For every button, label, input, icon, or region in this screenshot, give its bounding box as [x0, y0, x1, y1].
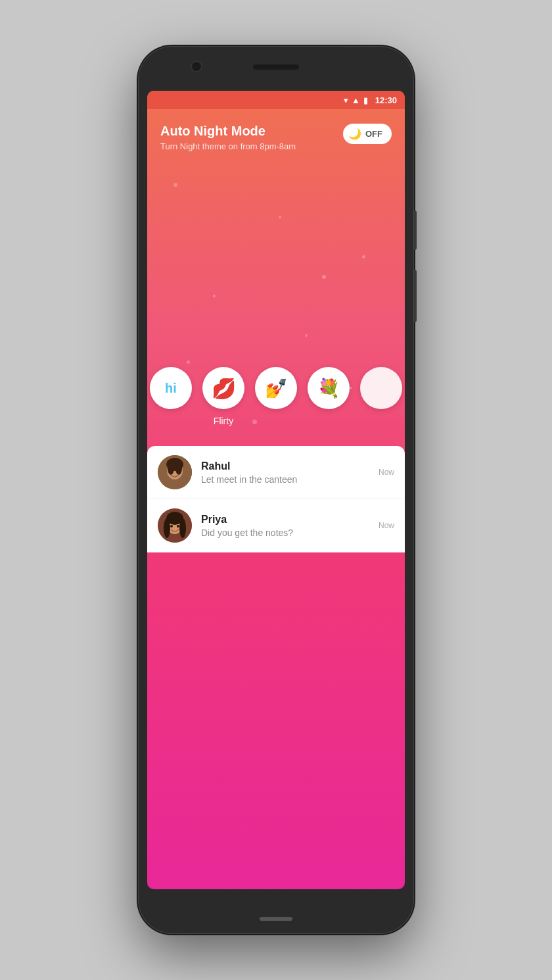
night-mode-text: Auto Night Mode Turn Night theme on from… [160, 124, 296, 151]
night-mode-subtitle: Turn Night theme on from 8pm-8am [160, 141, 296, 151]
chat-message-rahul: Let meet in the canteen [201, 474, 379, 485]
rahul-avatar-svg [158, 455, 192, 489]
chat-name-priya: Priya [201, 514, 379, 526]
moon-icon: 🌙 [348, 128, 361, 140]
extra-theme-button[interactable] [360, 367, 402, 409]
speaker [253, 64, 299, 70]
sparkle [322, 275, 326, 279]
front-camera [191, 61, 202, 72]
sparkle [173, 183, 177, 187]
toggle-label: OFF [365, 129, 382, 139]
phone-device: ▾ ▲ ▮ 12:30 Auto Night Mode Turn Night t… [138, 46, 414, 934]
signal-icon: ▲ [352, 95, 360, 105]
nail-theme-wrapper: 💅 [255, 367, 297, 409]
chat-item-rahul[interactable]: Rahul Let meet in the canteen Now [147, 446, 405, 499]
priya-avatar-svg [158, 508, 192, 543]
phone-screen: ▾ ▲ ▮ 12:30 Auto Night Mode Turn Night t… [147, 91, 405, 889]
flower-theme-wrapper: 💐 [308, 367, 350, 409]
svg-point-12 [170, 525, 173, 527]
svg-point-10 [164, 518, 170, 538]
battery-icon: ▮ [363, 95, 368, 105]
chat-content-priya: Priya Did you get the notes? [201, 514, 379, 538]
extra-theme-wrapper [360, 367, 402, 409]
power-button [414, 210, 417, 250]
wifi-icon: ▾ [344, 95, 348, 105]
sparkle [362, 255, 365, 258]
chat-section: Rahul Let meet in the canteen Now [147, 446, 405, 552]
sparkle [213, 295, 216, 297]
chat-time-rahul: Now [379, 468, 394, 477]
status-icons: ▾ ▲ ▮ 12:30 [344, 95, 397, 105]
chat-name-rahul: Rahul [201, 460, 379, 472]
svg-point-6 [177, 470, 179, 473]
emoji-theme-row: hi 💋 Flirty 💅 💐 [147, 367, 405, 426]
svg-point-11 [179, 518, 186, 538]
status-bar: ▾ ▲ ▮ 12:30 [147, 91, 405, 109]
avatar-priya [158, 508, 192, 543]
sparkle [305, 334, 308, 337]
chat-item-priya[interactable]: Priya Did you get the notes? Now [147, 499, 405, 552]
sparkle [279, 216, 281, 218]
nail-theme-button[interactable]: 💅 [255, 367, 297, 409]
main-area: hi 💋 Flirty 💅 💐 [147, 163, 405, 446]
svg-point-5 [170, 470, 173, 473]
night-mode-toggle[interactable]: 🌙 OFF [343, 124, 392, 144]
svg-point-3 [168, 462, 174, 475]
chat-time-priya: Now [379, 521, 394, 530]
night-mode-section: Auto Night Mode Turn Night theme on from… [147, 109, 405, 163]
home-indicator [260, 917, 292, 921]
night-mode-title: Auto Night Mode [160, 124, 296, 139]
sparkle [187, 360, 190, 364]
avatar-rahul [158, 455, 192, 489]
status-time: 12:30 [375, 95, 397, 105]
hi-theme-wrapper: hi [150, 367, 192, 409]
flower-theme-button[interactable]: 💐 [308, 367, 350, 409]
lips-theme-label: Flirty [214, 416, 233, 426]
chat-content-rahul: Rahul Let meet in the canteen [201, 460, 379, 485]
lips-theme-button[interactable]: 💋 [202, 367, 244, 409]
lips-theme-wrapper: 💋 Flirty [202, 367, 244, 409]
hi-theme-button[interactable]: hi [150, 367, 192, 409]
chat-message-priya: Did you get the notes? [201, 527, 379, 538]
svg-point-13 [177, 525, 179, 527]
svg-point-4 [175, 462, 182, 475]
volume-button [414, 270, 417, 322]
